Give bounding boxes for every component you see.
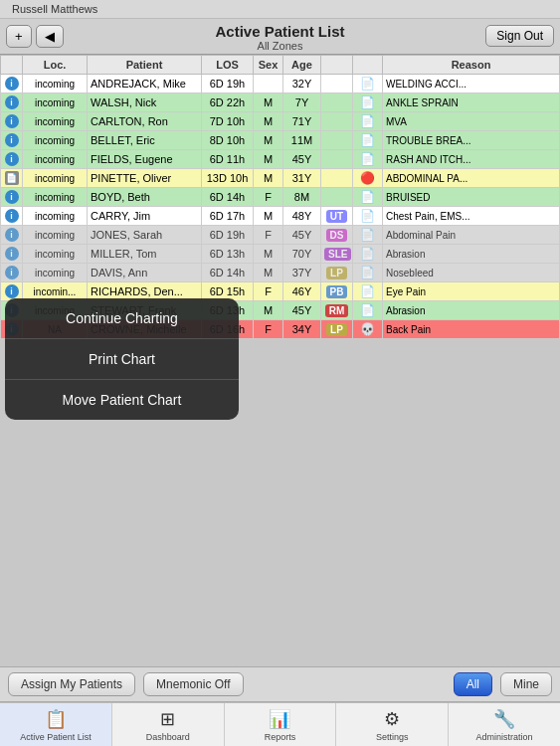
move-patient-chart-button[interactable]: Move Patient Chart [5,380,239,420]
print-chart-button[interactable]: Print Chart [5,339,239,380]
popup-overlay: Continue Charting Print Chart Move Patie… [0,0,560,746]
context-menu: Continue Charting Print Chart Move Patie… [5,298,239,420]
continue-charting-button[interactable]: Continue Charting [5,298,239,339]
